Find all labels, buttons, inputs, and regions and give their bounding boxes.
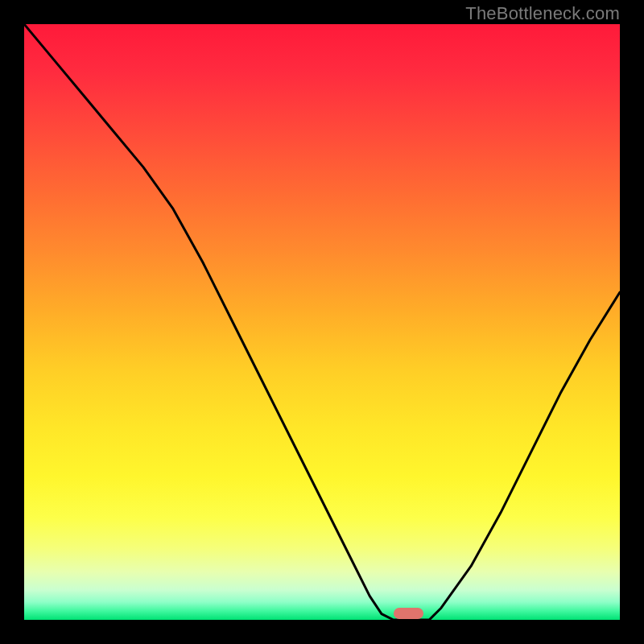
optimal-marker xyxy=(394,608,423,619)
watermark-text: TheBottleneck.com xyxy=(465,3,620,24)
bottleneck-curve xyxy=(24,24,620,620)
plot-area xyxy=(24,24,620,620)
chart-container: TheBottleneck.com xyxy=(0,0,644,644)
